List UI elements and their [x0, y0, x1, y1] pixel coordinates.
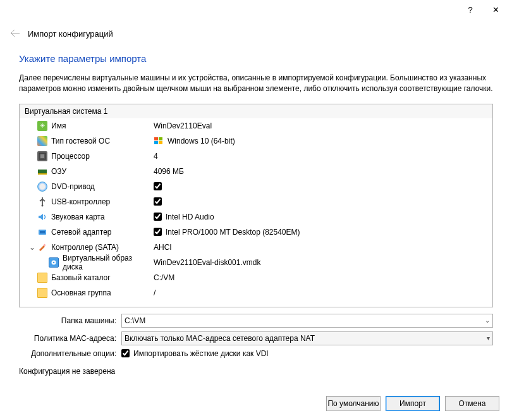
page-title: Импорт конфигураций	[28, 29, 113, 39]
label-name: Имя	[51, 121, 66, 130]
section-title: Укажите параметры импорта	[0, 43, 512, 70]
svg-rect-5	[40, 154, 44, 158]
cancel-button[interactable]: Отмена	[445, 396, 499, 411]
value-network: Intel PRO/1000 MT Desktop (82540EM)	[166, 228, 300, 237]
disk-icon	[49, 257, 59, 268]
value-sata: AHCI	[154, 243, 172, 252]
svg-point-13	[53, 261, 55, 263]
label-usb: USB-контроллер	[51, 197, 110, 206]
ostype-icon	[37, 136, 47, 146]
row-network[interactable]: Сетевой адаптер Intel PRO/1000 MT Deskto…	[20, 225, 492, 240]
group-icon	[37, 288, 47, 298]
usb-icon	[37, 197, 47, 207]
label-extra-options: Дополнительные опции:	[19, 349, 118, 358]
settings-table: Виртуальная система 1 ✳ Имя WinDev2110Ev…	[19, 104, 493, 307]
row-guest-os[interactable]: Тип гостевой ОС Windows 10 (64-bit)	[20, 133, 492, 149]
label-group: Основная группа	[51, 288, 111, 297]
unverified-label: Конфигурация не заверена	[0, 364, 512, 376]
system-header: Виртуальная система 1	[20, 104, 492, 118]
defaults-button[interactable]: По умолчанию	[326, 396, 381, 411]
machine-folder-combo[interactable]: C:\VM ⌄	[121, 314, 493, 328]
label-machine-folder: Папка машины:	[19, 316, 118, 325]
row-dvd[interactable]: DVD-привод	[20, 179, 492, 194]
machine-folder-value: C:\VM	[125, 316, 145, 325]
close-button[interactable]: ✕	[483, 0, 508, 19]
windows-icon	[154, 136, 164, 146]
help-button[interactable]: ?	[458, 0, 483, 19]
label-base-folder: Базовый каталог	[51, 273, 111, 282]
label-mac-policy: Политика MAC-адреса:	[19, 334, 118, 343]
svg-rect-0	[154, 137, 158, 140]
row-disk-image[interactable]: Виртуальный образ диска WinDev2110Eval-d…	[20, 255, 492, 270]
titlebar: ? ✕	[0, 0, 512, 19]
label-import-vdi: Импортировать жёсткие диски как VDI	[133, 349, 269, 358]
row-primary-group[interactable]: Основная группа /	[20, 285, 492, 300]
label-sound: Звуковая карта	[51, 213, 105, 221]
svg-point-8	[42, 204, 44, 206]
label-dvd: DVD-привод	[51, 182, 95, 191]
mac-policy-combo[interactable]: Включать только MAC-адреса сетевого адап…	[121, 331, 493, 345]
label-cpu: Процессор	[51, 152, 90, 161]
value-disk: WinDev2110Eval-disk001.vmdk	[154, 258, 260, 267]
checkbox-sound[interactable]	[154, 213, 162, 221]
import-button[interactable]: Импорт	[386, 396, 440, 411]
row-sata-controller[interactable]: ⌄ Контроллер (SATA) AHCI	[20, 240, 492, 255]
form-area: Папка машины: C:\VM ⌄ Политика MAC-адрес…	[0, 307, 512, 364]
value-guest-os: Windows 10 (64-bit)	[168, 137, 235, 145]
checkbox-import-vdi[interactable]	[121, 349, 130, 357]
cpu-icon	[37, 151, 47, 161]
back-arrow-icon[interactable]: 🡠	[10, 28, 20, 39]
row-base-folder[interactable]: Базовый каталог C:/VM	[20, 270, 492, 285]
label-network: Сетевой адаптер	[51, 228, 111, 237]
network-icon	[37, 227, 47, 237]
value-group: /	[154, 288, 155, 297]
value-sound: Intel HD Audio	[166, 213, 214, 221]
checkbox-network[interactable]	[154, 228, 162, 236]
row-name[interactable]: ✳ Имя WinDev2110Eval	[20, 118, 492, 133]
folder-icon	[37, 273, 47, 283]
value-cpu: 4	[154, 152, 158, 161]
label-sata: Контроллер (SATA)	[51, 243, 119, 252]
svg-rect-7	[38, 173, 47, 175]
section-description: Далее перечислены виртуальные машины и и…	[0, 70, 512, 101]
wizard-header: 🡠 Импорт конфигураций	[0, 19, 512, 43]
dialog-footer: По умолчанию Импорт Отмена	[326, 396, 499, 411]
row-ram[interactable]: ОЗУ 4096 МБ	[20, 164, 492, 179]
sata-icon	[37, 242, 47, 252]
chevron-down-icon: ▾	[487, 335, 490, 342]
row-cpu[interactable]: Процессор 4	[20, 149, 492, 164]
dvd-icon	[37, 182, 47, 192]
svg-rect-2	[154, 141, 158, 144]
svg-rect-10	[40, 231, 45, 233]
label-ram: ОЗУ	[51, 167, 66, 176]
svg-rect-1	[159, 137, 162, 140]
label-disk: Виртуальный образ диска	[63, 254, 150, 271]
svg-rect-6	[38, 170, 47, 173]
name-icon: ✳	[37, 121, 47, 131]
value-base-folder: C:/VM	[154, 273, 174, 282]
value-ram: 4096 МБ	[154, 167, 184, 176]
checkbox-usb[interactable]	[154, 197, 162, 206]
row-sound[interactable]: Звуковая карта Intel HD Audio	[20, 209, 492, 225]
row-usb[interactable]: USB-контроллер	[20, 194, 492, 209]
ram-icon	[37, 166, 47, 176]
checkbox-dvd[interactable]	[154, 182, 162, 190]
label-guest-os: Тип гостевой ОС	[51, 137, 110, 145]
sound-icon	[37, 212, 47, 222]
value-name: WinDev2110Eval	[154, 121, 212, 130]
chevron-down-icon: ⌄	[485, 317, 490, 324]
svg-rect-3	[159, 141, 162, 144]
mac-policy-value: Включать только MAC-адреса сетевого адап…	[125, 334, 315, 343]
